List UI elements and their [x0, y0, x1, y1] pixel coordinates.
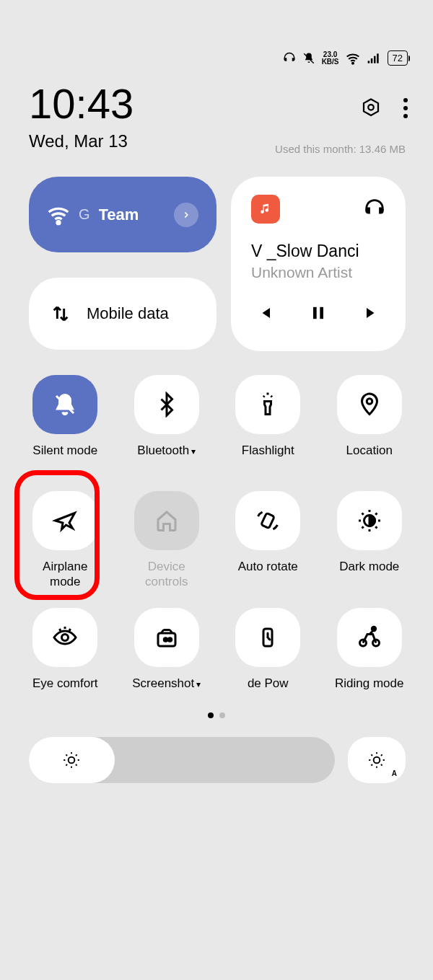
- svg-rect-4: [374, 56, 376, 63]
- battery-indicator: 72: [388, 50, 408, 66]
- mobile-data-toggle[interactable]: Mobile data: [29, 278, 216, 350]
- svg-rect-9: [320, 307, 323, 319]
- svg-rect-12: [261, 513, 274, 528]
- brightness-slider[interactable]: [29, 737, 335, 783]
- auto-brightness-icon: [367, 751, 386, 769]
- svg-rect-2: [367, 61, 369, 63]
- bluetooth-toggle[interactable]: Bluetooth▾: [131, 375, 204, 473]
- quick-settings-grid: Silent mode Bluetooth▾ Flashlight Locati…: [29, 375, 406, 706]
- status-bar: 23.0KB/S 72: [283, 50, 408, 66]
- previous-track-button[interactable]: [255, 303, 275, 323]
- wifi-toggle[interactable]: G Team: [29, 177, 216, 252]
- flashlight-toggle[interactable]: Flashlight: [232, 375, 305, 473]
- svg-point-22: [69, 757, 75, 764]
- svg-point-17: [168, 637, 172, 641]
- svg-point-7: [57, 221, 60, 224]
- location-toggle[interactable]: Location: [333, 375, 406, 473]
- svg-point-1: [352, 62, 354, 63]
- wifi-network-name: Team: [99, 206, 165, 224]
- wifi-expand-button[interactable]: [174, 203, 198, 227]
- mobile-data-icon: [51, 304, 71, 324]
- clock: 10:43: [29, 79, 408, 128]
- headphones-icon: [283, 52, 296, 65]
- airplane-mode-toggle[interactable]: Airplane mode: [29, 491, 102, 590]
- play-pause-button[interactable]: [308, 303, 328, 323]
- mobile-data-label: Mobile data: [87, 304, 169, 323]
- wifi-icon: [346, 51, 360, 66]
- settings-icon[interactable]: [360, 97, 382, 119]
- svg-point-16: [164, 637, 167, 641]
- chevron-right-icon: [181, 210, 191, 220]
- svg-rect-8: [313, 307, 317, 319]
- auto-rotate-toggle[interactable]: Auto rotate: [232, 491, 305, 590]
- screenshot-button[interactable]: Screenshot▾: [131, 608, 204, 706]
- next-track-button[interactable]: [362, 303, 382, 323]
- svg-point-23: [374, 757, 380, 764]
- more-icon[interactable]: [403, 98, 408, 118]
- riding-mode-toggle[interactable]: Riding mode: [333, 608, 406, 706]
- svg-rect-5: [377, 53, 379, 63]
- network-speed: 23.0KB/S: [322, 51, 339, 66]
- auto-brightness-toggle[interactable]: A: [348, 737, 406, 783]
- svg-point-6: [368, 105, 374, 110]
- media-track-title: V _Slow Danci: [251, 242, 385, 261]
- mute-icon: [302, 52, 315, 65]
- wifi-prefix: G: [79, 206, 90, 223]
- brightness-icon: [62, 751, 81, 769]
- svg-point-21: [372, 627, 375, 630]
- svg-point-14: [62, 634, 69, 640]
- signal-icon: [367, 51, 381, 66]
- svg-rect-3: [370, 58, 372, 63]
- music-app-icon: [251, 195, 280, 224]
- media-artist: Unknown Artist: [251, 264, 385, 281]
- svg-point-11: [367, 399, 372, 405]
- headphones-icon[interactable]: [364, 198, 385, 220]
- power-toggle[interactable]: de Pow: [232, 608, 305, 706]
- dark-mode-toggle[interactable]: Dark mode: [333, 491, 406, 590]
- silent-mode-toggle[interactable]: Silent mode: [29, 375, 102, 473]
- device-controls-toggle[interactable]: Device controls: [131, 491, 204, 590]
- wifi-icon: [47, 203, 70, 226]
- eye-comfort-toggle[interactable]: Eye comfort: [29, 608, 102, 706]
- media-player[interactable]: V _Slow Danci Unknown Artist: [231, 177, 406, 351]
- page-indicator[interactable]: [208, 712, 225, 718]
- data-usage: Used this month: 13.46 MB: [275, 143, 406, 155]
